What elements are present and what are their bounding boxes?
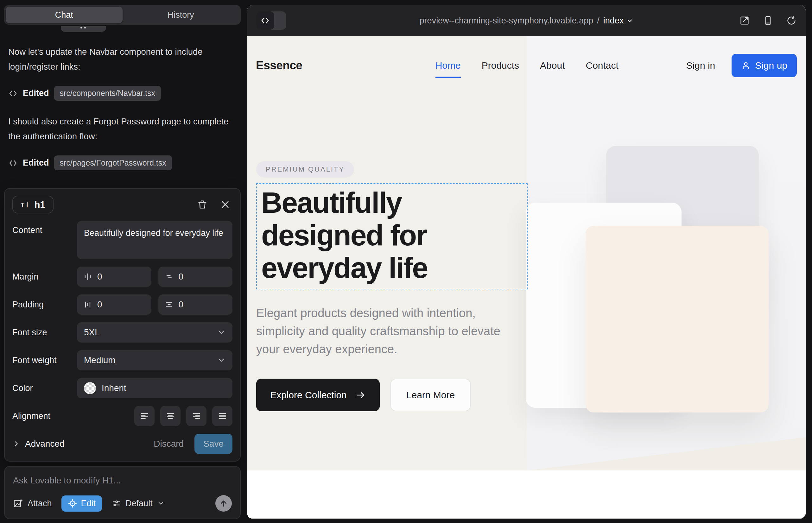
signup-button[interactable]: Sign up xyxy=(731,54,797,77)
margin-x-input[interactable]: 0 xyxy=(77,267,152,287)
attach-button[interactable]: Attach xyxy=(13,498,52,508)
sliders-icon xyxy=(111,499,121,508)
browser-toolbar: preview--charming-site-symphony.lovable.… xyxy=(247,5,806,36)
edited-file-row: Edited src/pages/ForgotPassword.tsx xyxy=(8,156,235,170)
align-right-button[interactable] xyxy=(186,406,207,426)
selected-element-tag: тT h1 xyxy=(12,196,54,213)
arrow-right-icon xyxy=(356,390,366,400)
color-swatch xyxy=(84,382,96,394)
browser-actions xyxy=(739,15,797,26)
composer-input[interactable]: Ask Lovable to modify H1... xyxy=(13,475,232,486)
lovable-app: Chat History Now let's update the Navbar… xyxy=(0,0,812,523)
inspector-footer: Advanced Discard Save xyxy=(12,434,232,454)
send-button[interactable] xyxy=(215,495,232,511)
file-chip[interactable]: src/pages/ForgotPassword.tsx xyxy=(54,156,172,170)
hero-badge: PREMIUM QUALITY xyxy=(256,161,354,178)
site-next-section xyxy=(247,470,806,519)
edited-file-row: Edited src/components/Navbar.tsx xyxy=(8,86,235,101)
font-weight-select[interactable]: Medium xyxy=(77,350,232,371)
hero-section: PREMIUM QUALITY Beautifully designed for… xyxy=(247,84,806,470)
align-center-button[interactable] xyxy=(160,406,180,426)
nav-link-contact[interactable]: Contact xyxy=(586,60,618,71)
align-left-icon xyxy=(140,411,149,421)
chat-composer: Ask Lovable to modify H1... Attach Edit xyxy=(4,466,241,519)
element-inspector-panel: тT h1 Content Beautifull xyxy=(4,188,241,462)
chat-sidebar: Chat History Now let's update the Navbar… xyxy=(0,0,247,523)
margin-y-input[interactable]: 0 xyxy=(158,267,233,287)
image-plus-icon xyxy=(13,498,23,508)
close-panel-button[interactable] xyxy=(218,197,232,212)
site-preview: Essence Home Products About Contact Sign… xyxy=(247,36,806,519)
open-external-icon[interactable] xyxy=(739,15,750,26)
font-size-select[interactable]: 5XL xyxy=(77,322,232,343)
chevron-right-icon xyxy=(12,440,20,448)
edited-label: Edited xyxy=(23,88,49,98)
margin-label: Margin xyxy=(12,272,77,282)
code-icon xyxy=(8,89,18,98)
align-center-icon xyxy=(166,411,175,421)
align-left-button[interactable] xyxy=(134,406,155,426)
chevron-down-icon xyxy=(157,500,165,507)
selected-h1-outline[interactable]: Beautifully designed for everyday life xyxy=(256,183,528,289)
align-right-icon xyxy=(192,411,201,421)
url-domain: preview--charming-site-symphony.lovable.… xyxy=(420,16,594,26)
discard-button[interactable]: Discard xyxy=(154,439,184,449)
close-icon xyxy=(220,199,230,210)
sidebar-tabs: Chat History xyxy=(4,5,241,25)
content-input[interactable]: Beautifully designed for everyday life xyxy=(77,221,232,259)
file-chip[interactable]: src/components/Navbar.tsx xyxy=(54,86,161,101)
assistant-message: I should also create a Forgot Password p… xyxy=(8,114,235,144)
chat-messages: Now let's update the Navbar component to… xyxy=(4,44,241,184)
hero-description: Elegant products designed with intention… xyxy=(256,304,510,358)
nav-link-home[interactable]: Home xyxy=(436,60,461,71)
target-icon xyxy=(68,499,77,508)
code-view-toggle[interactable] xyxy=(256,12,286,30)
hero-heading[interactable]: Beautifully designed for everyday life xyxy=(261,186,527,284)
nav-link-about[interactable]: About xyxy=(540,60,565,71)
refresh-icon[interactable] xyxy=(786,15,797,26)
padding-x-input[interactable]: 0 xyxy=(77,294,152,315)
margin-row: Margin 0 0 xyxy=(12,267,232,287)
hero-cta-row: Explore Collection Learn More xyxy=(256,379,532,411)
padding-y-input[interactable]: 0 xyxy=(158,294,233,315)
url-page: index xyxy=(603,16,624,26)
url-bar[interactable]: preview--charming-site-symphony.lovable.… xyxy=(420,16,633,26)
save-button[interactable]: Save xyxy=(194,434,232,454)
padding-y-icon xyxy=(165,300,174,309)
font-weight-label: Font weight xyxy=(12,356,77,365)
margin-y-icon xyxy=(165,272,174,281)
alignment-label: Alignment xyxy=(12,411,77,421)
align-justify-icon xyxy=(217,411,227,421)
learn-more-button[interactable]: Learn More xyxy=(390,379,471,411)
font-weight-row: Font weight Medium xyxy=(12,350,232,371)
delete-element-button[interactable] xyxy=(195,197,210,212)
site-auth: Sign in Sign up xyxy=(686,54,797,77)
color-label: Color xyxy=(12,383,77,393)
padding-row: Padding 0 0 xyxy=(12,294,232,315)
element-tag-label: h1 xyxy=(35,199,45,210)
preview-area: preview--charming-site-symphony.lovable.… xyxy=(247,0,812,523)
edited-label: Edited xyxy=(23,158,49,168)
code-icon xyxy=(8,158,18,168)
advanced-toggle[interactable]: Advanced xyxy=(12,439,65,449)
mobile-preview-icon[interactable] xyxy=(763,15,773,26)
tab-history[interactable]: History xyxy=(123,7,240,23)
mode-select[interactable]: Default xyxy=(111,499,165,508)
nav-link-products[interactable]: Products xyxy=(482,60,519,71)
align-justify-button[interactable] xyxy=(212,406,232,426)
site-nav-links: Home Products About Contact xyxy=(436,60,618,71)
signin-link[interactable]: Sign in xyxy=(686,60,716,71)
scroll-clipped-chip xyxy=(61,26,106,32)
user-icon xyxy=(741,61,751,70)
edit-mode-button[interactable]: Edit xyxy=(61,495,102,511)
trash-icon xyxy=(197,199,208,210)
hero-content: PREMIUM QUALITY Beautifully designed for… xyxy=(256,161,532,411)
composer-toolbar: Attach Edit Default xyxy=(13,495,232,511)
inspector-header: тT h1 xyxy=(12,196,232,213)
color-select[interactable]: Inherit xyxy=(77,378,232,398)
assistant-message: Now let's update the Navbar component to… xyxy=(8,44,235,74)
tab-chat[interactable]: Chat xyxy=(6,7,123,23)
content-row: Content Beautifully designed for everyda… xyxy=(12,221,232,259)
explore-collection-button[interactable]: Explore Collection xyxy=(256,379,380,411)
site-logo[interactable]: Essence xyxy=(256,59,302,72)
